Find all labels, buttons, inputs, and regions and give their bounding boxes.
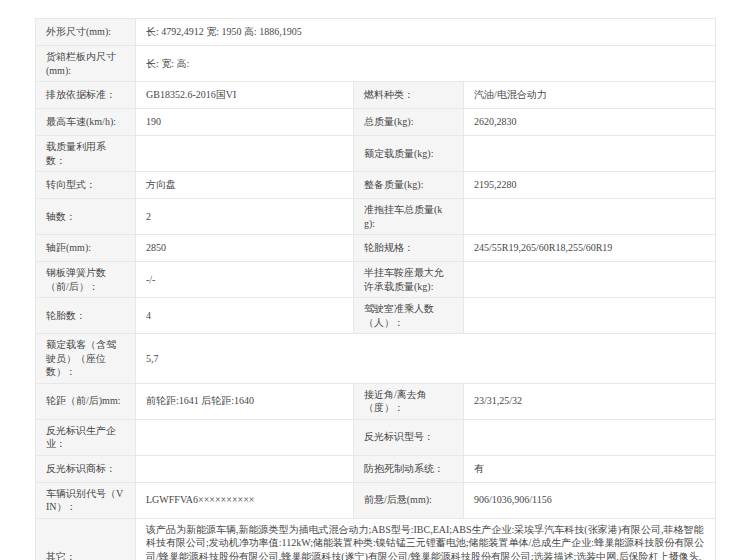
row-steering-curb: 转向型式： 方向盘 整备质量(kg): 2195,2280 xyxy=(36,172,716,199)
label-steering-type: 转向型式： xyxy=(36,172,136,199)
vehicle-spec-table: 外形尺寸(mm): 长: 4792,4912 宽: 1950 高: 1886,1… xyxy=(35,18,716,560)
value-wheelbase: 2850 xyxy=(136,235,354,262)
label-cab-passengers: 驾驶室准乘人数（人）： xyxy=(354,298,464,334)
row-other: 其它： 该产品为新能源车辆,新能源类型为插电式混合动力;ABS型号:IBC,EA… xyxy=(36,518,716,560)
value-seating-capacity: 5,7 xyxy=(136,334,716,384)
label-wheelbase: 轴距(mm): xyxy=(36,235,136,262)
row-vin-overhang: 车辆识别代号（VIN）： LGWFFVA6×××××××××× 前悬/后悬(mm… xyxy=(36,482,716,518)
label-abs-system: 防抱死制动系统： xyxy=(354,455,464,482)
label-curb-mass: 整备质量(kg): xyxy=(354,172,464,199)
row-reflector-maker-model: 反光标识生产企业： 反光标识型号： xyxy=(36,419,716,455)
value-saddle-load xyxy=(464,262,716,298)
value-reflector-model xyxy=(464,419,716,455)
value-rated-load xyxy=(464,136,716,172)
value-emission-standard: GB18352.6-2016国VI xyxy=(136,82,354,109)
value-tire-count: 4 xyxy=(136,298,354,334)
row-cargo-box-dimensions: 货箱栏板内尺寸(mm): 长: 宽: 高: xyxy=(36,46,716,82)
value-cab-passengers xyxy=(464,298,716,334)
value-vin: LGWFFVA6×××××××××× xyxy=(136,482,354,518)
row-reflector-abs: 反光标识商标： 防抱死制动系统： 有 xyxy=(36,455,716,482)
value-abs-system: 有 xyxy=(464,455,716,482)
label-vin: 车辆识别代号（VIN）： xyxy=(36,482,136,518)
label-exterior-dimensions: 外形尺寸(mm): xyxy=(36,19,136,46)
page: 外形尺寸(mm): 长: 4792,4912 宽: 1950 高: 1886,1… xyxy=(0,0,750,560)
label-load-utilization: 载质量利用系数： xyxy=(36,136,136,172)
label-reflector-brand: 反光标识商标： xyxy=(36,455,136,482)
label-reflector-model: 反光标识型号： xyxy=(354,419,464,455)
value-approach-departure-angle: 23/31,25/32 xyxy=(464,383,716,419)
value-tire-spec: 245/55R19,265/60R18,255/60R19 xyxy=(464,235,716,262)
value-wheel-track: 前轮距:1641 后轮距:1640 xyxy=(136,383,354,419)
value-fuel-type: 汽油/电混合动力 xyxy=(464,82,716,109)
row-emission-fuel: 排放依据标准： GB18352.6-2016国VI 燃料种类： 汽油/电混合动力 xyxy=(36,82,716,109)
value-max-speed: 190 xyxy=(136,109,354,136)
label-saddle-load: 半挂车鞍座最大允许承载质量(kg): xyxy=(354,262,464,298)
label-tire-count: 轮胎数： xyxy=(36,298,136,334)
label-reflector-manufacturer: 反光标识生产企业： xyxy=(36,419,136,455)
row-wheelbase-tires: 轴距(mm): 2850 轮胎规格： 245/55R19,265/60R18,2… xyxy=(36,235,716,262)
label-tire-spec: 轮胎规格： xyxy=(354,235,464,262)
label-axle-count: 轴数： xyxy=(36,199,136,235)
value-cargo-box-dimensions: 长: 宽: 高: xyxy=(136,46,716,82)
label-other: 其它： xyxy=(36,518,136,560)
value-axle-count: 2 xyxy=(136,199,354,235)
label-fuel-type: 燃料种类： xyxy=(354,82,464,109)
value-overhang: 906/1036,906/1156 xyxy=(464,482,716,518)
value-reflector-brand xyxy=(136,455,354,482)
label-overhang: 前悬/后悬(mm): xyxy=(354,482,464,518)
label-rated-load: 额定载质量(kg): xyxy=(354,136,464,172)
value-gross-mass: 2620,2830 xyxy=(464,109,716,136)
row-exterior-dimensions: 外形尺寸(mm): 长: 4792,4912 宽: 1950 高: 1886,1… xyxy=(36,19,716,46)
label-leaf-springs: 钢板弹簧片数（前/后）： xyxy=(36,262,136,298)
row-springs-saddle: 钢板弹簧片数（前/后）： -/- 半挂车鞍座最大允许承载质量(kg): xyxy=(36,262,716,298)
value-trailer-mass xyxy=(464,199,716,235)
value-exterior-dimensions: 长: 4792,4912 宽: 1950 高: 1886,1905 xyxy=(136,19,716,46)
value-load-utilization xyxy=(136,136,354,172)
value-reflector-manufacturer xyxy=(136,419,354,455)
row-tirecount-cab: 轮胎数： 4 驾驶室准乘人数（人）： xyxy=(36,298,716,334)
label-gross-mass: 总质量(kg): xyxy=(354,109,464,136)
value-curb-mass: 2195,2280 xyxy=(464,172,716,199)
label-wheel-track: 轮距（前/后)mm: xyxy=(36,383,136,419)
row-speed-mass: 最高车速(km/h): 190 总质量(kg): 2620,2830 xyxy=(36,109,716,136)
label-cargo-box-dimensions: 货箱栏板内尺寸(mm): xyxy=(36,46,136,82)
label-approach-departure-angle: 接近角/离去角（度）： xyxy=(354,383,464,419)
label-emission-standard: 排放依据标准： xyxy=(36,82,136,109)
row-seating-capacity: 额定载客（含驾驶员）（座位数）： 5,7 xyxy=(36,334,716,384)
label-seating-capacity: 额定载客（含驾驶员）（座位数）： xyxy=(36,334,136,384)
row-track-angles: 轮距（前/后)mm: 前轮距:1641 后轮距:1640 接近角/离去角（度）：… xyxy=(36,383,716,419)
label-max-speed: 最高车速(km/h): xyxy=(36,109,136,136)
value-steering-type: 方向盘 xyxy=(136,172,354,199)
row-axles-trailer: 轴数： 2 准拖挂车总质量(kg): xyxy=(36,199,716,235)
label-trailer-mass: 准拖挂车总质量(kg): xyxy=(354,199,464,235)
value-other: 该产品为新能源车辆,新能源类型为插电式混合动力;ABS型号:IBC,EAI;AB… xyxy=(136,518,716,560)
row-load-factor: 载质量利用系数： 额定载质量(kg): xyxy=(36,136,716,172)
value-leaf-springs: -/- xyxy=(136,262,354,298)
